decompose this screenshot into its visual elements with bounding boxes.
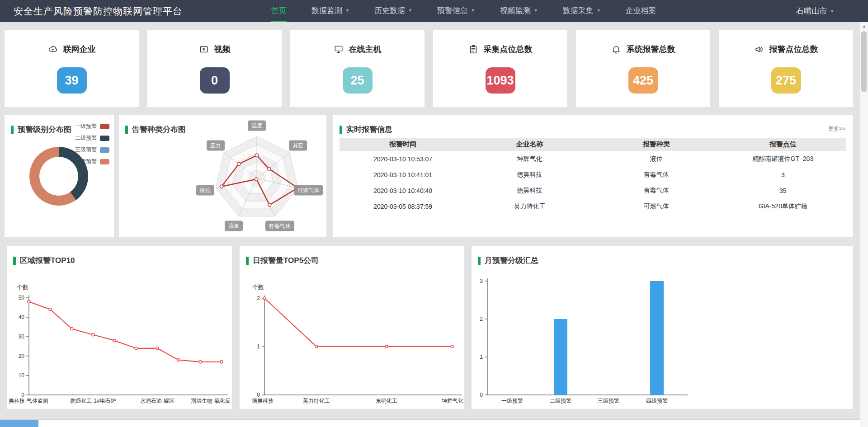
- warning-level-panel: 预警级别分布图 一级预警二级预警三级预警四级预警: [5, 115, 114, 237]
- stat-label: 视频: [214, 44, 231, 55]
- legend-swatch: [100, 136, 109, 141]
- nav-item-2[interactable]: 历史数据▼: [374, 0, 412, 22]
- svg-text:永润石油-罐区: 永润石油-罐区: [140, 398, 175, 404]
- svg-text:鹏盛化工-1#电石炉: 鹏盛化工-1#电石炉: [70, 398, 116, 404]
- stat-card-0[interactable]: 联网企业39: [5, 30, 139, 107]
- legend-item-0[interactable]: 一级预警: [75, 122, 109, 130]
- table-row[interactable]: 2020-03-10 10:53:07坤辉气化液位精醇南罐液位GT_203: [340, 151, 846, 167]
- legend-item-2[interactable]: 三级预警: [75, 146, 109, 154]
- region-selector[interactable]: 石嘴山市 ▼: [796, 6, 834, 16]
- stat-card-3[interactable]: 采集点位总数1093: [433, 30, 567, 107]
- stat-label: 报警点位总数: [769, 44, 818, 55]
- stat-head: 系统报警总数: [576, 44, 710, 55]
- stat-card-4[interactable]: 系统报警总数425: [576, 30, 710, 107]
- video-icon: [199, 44, 209, 54]
- table-cell: 2020-03-10 10:53:07: [340, 151, 466, 167]
- svg-text:个数: 个数: [252, 284, 264, 291]
- table-cell: 精醇南罐液位GT_203: [720, 151, 846, 167]
- table-cell: 液位: [593, 151, 720, 167]
- more-link[interactable]: 更多>>: [828, 125, 845, 133]
- region-top10-chart: 个数01020304050昊科技-气体监测鹏盛化工-1#电石炉永润石油-罐区荆洪…: [7, 246, 232, 409]
- svg-text:东明化工: 东明化工: [376, 398, 397, 404]
- alarm-col-2: 报警种类: [593, 138, 720, 151]
- nav-menu: 首页数据监测▼历史数据▼预警信息▼视频监测▼数据采集▼企业档案: [271, 0, 656, 22]
- table-cell: 德昊科技: [466, 183, 593, 198]
- svg-text:40: 40: [19, 314, 25, 320]
- svg-text:10: 10: [19, 372, 25, 379]
- table-cell: 3: [720, 167, 846, 183]
- stat-card-5[interactable]: 报警点位总数275: [719, 30, 853, 107]
- region-label: 石嘴山市: [796, 6, 827, 16]
- daily-top5-panel: 日报警量TOP5公司 个数012德昊科技英力特化工东明化工坤辉气化: [240, 246, 464, 409]
- app-title: 安全生产风险预警防控物联网管理平台: [14, 5, 183, 18]
- nav-item-5[interactable]: 数据采集▼: [563, 0, 601, 22]
- scrollbar-thumb[interactable]: [861, 31, 867, 92]
- radar-axis-label-3: 有毒气体: [265, 221, 294, 231]
- bottom-blue-segment: [0, 420, 38, 427]
- alarm-table: 报警时间企业名称报警种类报警点位 2020-03-10 10:53:07坤辉气化…: [340, 138, 846, 214]
- scroll-up-button[interactable]: ▲: [860, 22, 868, 30]
- svg-text:一级预警: 一级预警: [501, 398, 523, 404]
- svg-text:2: 2: [257, 295, 260, 301]
- stat-label: 联网企业: [63, 44, 96, 55]
- svg-text:荆洪生物-氧化反: 荆洪生物-氧化反: [191, 398, 231, 404]
- nav-item-label: 视频监测: [500, 5, 531, 16]
- nav-item-4[interactable]: 视频监测▼: [500, 0, 538, 22]
- legend-label: 三级预警: [75, 146, 97, 154]
- stat-head: 视频: [147, 44, 282, 55]
- svg-text:0: 0: [257, 392, 260, 398]
- radar-axis-label-6: 压力: [207, 141, 225, 151]
- stat-card-1[interactable]: 视频0: [147, 30, 282, 107]
- svg-text:50: 50: [19, 295, 25, 301]
- radar-svg: [119, 115, 326, 237]
- legend-label: 二级预警: [75, 134, 97, 142]
- svg-text:昊科技-气体监测: 昊科技-气体监测: [9, 398, 48, 404]
- alarm-col-0: 报警时间: [340, 138, 466, 151]
- alarm-type-panel: 告警种类分布图 温度其它可燃气体有毒气体流量液位压力: [119, 115, 326, 237]
- table-row[interactable]: 2020-03-05 08:37:59英力特化工可燃气体GIA-520单体贮槽: [340, 198, 846, 214]
- nav-item-label: 首页: [271, 5, 287, 16]
- chevron-down-icon: ▼: [345, 8, 349, 13]
- stat-label: 系统报警总数: [627, 44, 675, 55]
- stat-card-2[interactable]: 在线主机25: [290, 30, 425, 107]
- top-nav: 安全生产风险预警防控物联网管理平台 首页数据监测▼历史数据▼预警信息▼视频监测▼…: [0, 0, 868, 22]
- legend-item-1[interactable]: 二级预警: [75, 134, 109, 142]
- radar-axis-label-0: 温度: [248, 121, 266, 131]
- table-cell: GIA-520单体贮槽: [720, 198, 846, 214]
- monthly-summary-chart: 0123一级预警二级预警三级预警四级预警: [472, 246, 853, 409]
- radar-axis-label-1: 其它: [289, 141, 307, 151]
- panel-title-text: 预警级别分布图: [18, 124, 71, 135]
- table-cell: 35: [720, 183, 846, 198]
- svg-text:四级预警: 四级预警: [646, 398, 668, 404]
- radar-axis-label-4: 流量: [225, 221, 243, 231]
- stat-head: 报警点位总数: [719, 44, 853, 55]
- table-cell: 2020-03-05 08:37:59: [340, 198, 466, 214]
- monitor-icon: [334, 44, 344, 54]
- nav-item-3[interactable]: 预警信息▼: [437, 0, 475, 22]
- table-row[interactable]: 2020-03-10 10:41:01德昊科技有毒气体3: [340, 167, 846, 183]
- nav-item-1[interactable]: 数据监测▼: [311, 0, 349, 22]
- nav-item-6[interactable]: 企业档案: [626, 0, 656, 22]
- svg-text:德昊科技: 德昊科技: [252, 398, 274, 404]
- table-cell: 有毒气体: [593, 183, 720, 198]
- bell-icon: [611, 44, 621, 54]
- stat-label: 在线主机: [349, 44, 382, 55]
- svg-text:30: 30: [19, 333, 25, 340]
- table-cell: 有毒气体: [593, 167, 720, 183]
- legend-label: 一级预警: [75, 122, 97, 130]
- table-row[interactable]: 2020-03-10 10:40:40德昊科技有毒气体35: [340, 183, 846, 198]
- stat-value-badge: 425: [628, 67, 658, 94]
- vertical-scrollbar[interactable]: ▲: [860, 22, 868, 427]
- table-cell: 可燃气体: [593, 198, 720, 214]
- legend-swatch: [100, 124, 109, 129]
- nav-item-0[interactable]: 首页: [271, 0, 287, 22]
- nav-item-label: 预警信息: [437, 5, 468, 16]
- stat-head: 在线主机: [290, 44, 425, 55]
- daily-top5-chart: 个数012德昊科技英力特化工东明化工坤辉气化: [240, 246, 464, 409]
- svg-text:三级预警: 三级预警: [598, 398, 619, 404]
- chevron-down-icon: ▼: [408, 8, 412, 13]
- svg-text:2: 2: [480, 316, 483, 322]
- alarm-table-header: 报警时间企业名称报警种类报警点位: [340, 138, 846, 151]
- stat-value-badge: 25: [343, 67, 373, 94]
- monthly-summary-panel: 月预警分级汇总 0123一级预警二级预警三级预警四级预警: [472, 246, 853, 409]
